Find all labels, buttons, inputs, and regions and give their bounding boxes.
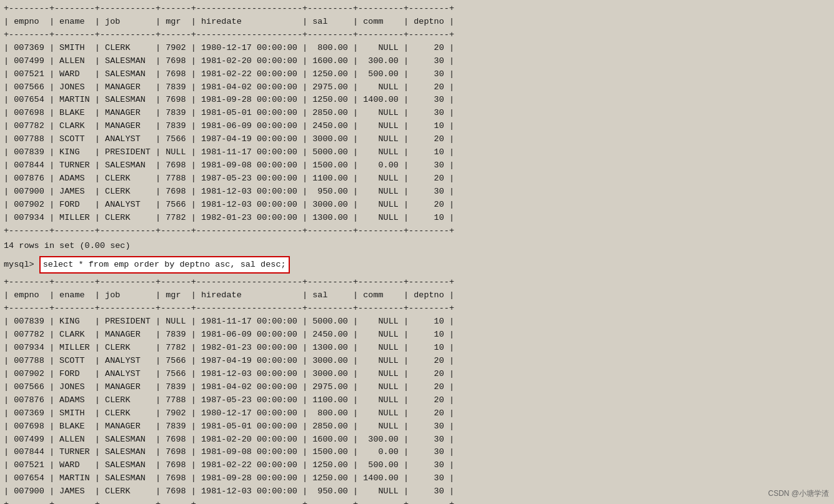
table-row: | 007876 | ADAMS | CLERK | 7788 | 1987-0… (4, 172, 830, 185)
table-row: | 007876 | ADAMS | CLERK | 7788 | 1987-0… (4, 394, 830, 407)
table-row: | 007934 | MILLER | CLERK | 7782 | 1982-… (4, 212, 830, 225)
bottom-table-rows: | 007839 | KING | PRESIDENT | NULL | 198… (4, 315, 830, 498)
table-row: | 007698 | BLAKE | MANAGER | 7839 | 1981… (4, 107, 830, 120)
table-row: | 007844 | TURNER | SALESMAN | 7698 | 19… (4, 159, 830, 172)
table-row: | 007566 | JONES | MANAGER | 7839 | 1981… (4, 381, 830, 394)
table-row: | 007499 | ALLEN | SALESMAN | 7698 | 198… (4, 433, 830, 447)
prompt-line: mysql> select * from emp order by deptno… (4, 256, 830, 274)
table-row: | 007902 | FORD | ANALYST | 7566 | 1981-… (4, 199, 830, 212)
table-row: | 007839 | KING | PRESIDENT | NULL | 198… (4, 315, 830, 329)
table-row: | 007934 | MILLER | CLERK | 7782 | 1982-… (4, 342, 830, 355)
bottom-header-row: | empno | ename | job | mgr | hiredate |… (4, 289, 830, 302)
table-row: | 007900 | JAMES | CLERK | 7698 | 1981-1… (4, 185, 830, 199)
table-row: | 007902 | FORD | ANALYST | 7566 | 1981-… (4, 368, 830, 381)
table-row: | 007782 | CLARK | MANAGER | 7839 | 1981… (4, 120, 830, 133)
table-row: | 007654 | MARTIN | SALESMAN | 7698 | 19… (4, 472, 830, 485)
table-row: | 007654 | MARTIN | SALESMAN | 7698 | 19… (4, 94, 830, 107)
prompt-text: mysql> (4, 258, 39, 272)
watermark: CSDN @小塘学渣 (768, 488, 829, 499)
top-separator: +--------+--------+-----------+------+--… (4, 2, 830, 16)
header-row: | empno | ename | job | mgr | hiredate |… (4, 16, 830, 29)
table-row: | 007788 | SCOTT | ANALYST | 7566 | 1987… (4, 133, 830, 146)
bottom-table: +--------+--------+-----------+------+--… (4, 276, 830, 504)
sql-command: select * from emp order by deptno asc, s… (39, 256, 290, 274)
table-row: | 007782 | CLARK | MANAGER | 7839 | 1981… (4, 329, 830, 342)
table-row: | 007369 | SMITH | CLERK | 7902 | 1980-1… (4, 42, 830, 55)
table-row: | 007698 | BLAKE | MANAGER | 7839 | 1981… (4, 420, 830, 433)
top-table-rows: | 007369 | SMITH | CLERK | 7902 | 1980-1… (4, 42, 830, 225)
top-result-info: 14 rows in set (0.00 sec) (4, 239, 830, 254)
table-row: | 007844 | TURNER | SALESMAN | 7698 | 19… (4, 446, 830, 459)
bottom-data-separator: +--------+--------+-----------+------+--… (4, 302, 830, 315)
bottom-of-top-separator: +--------+--------+-----------+------+--… (4, 225, 830, 238)
terminal: +--------+--------+-----------+------+--… (0, 0, 834, 504)
top-table: +--------+--------+-----------+------+--… (4, 2, 830, 238)
table-row: | 007499 | ALLEN | SALESMAN | 7698 | 198… (4, 55, 830, 68)
bottom-end-separator: +--------+--------+-----------+------+--… (4, 498, 830, 504)
table-row: | 007521 | WARD | SALESMAN | 7698 | 1981… (4, 459, 830, 472)
data-separator: +--------+--------+-----------+------+--… (4, 29, 830, 42)
table-row: | 007566 | JONES | MANAGER | 7839 | 1981… (4, 81, 830, 94)
table-row: | 007839 | KING | PRESIDENT | NULL | 198… (4, 146, 830, 159)
table-row: | 007369 | SMITH | CLERK | 7902 | 1980-1… (4, 407, 830, 420)
table-row: | 007788 | SCOTT | ANALYST | 7566 | 1987… (4, 355, 830, 368)
bottom-top-separator: +--------+--------+-----------+------+--… (4, 276, 830, 289)
table-row: | 007521 | WARD | SALESMAN | 7698 | 1981… (4, 68, 830, 81)
table-row: | 007900 | JAMES | CLERK | 7698 | 1981-1… (4, 485, 830, 498)
